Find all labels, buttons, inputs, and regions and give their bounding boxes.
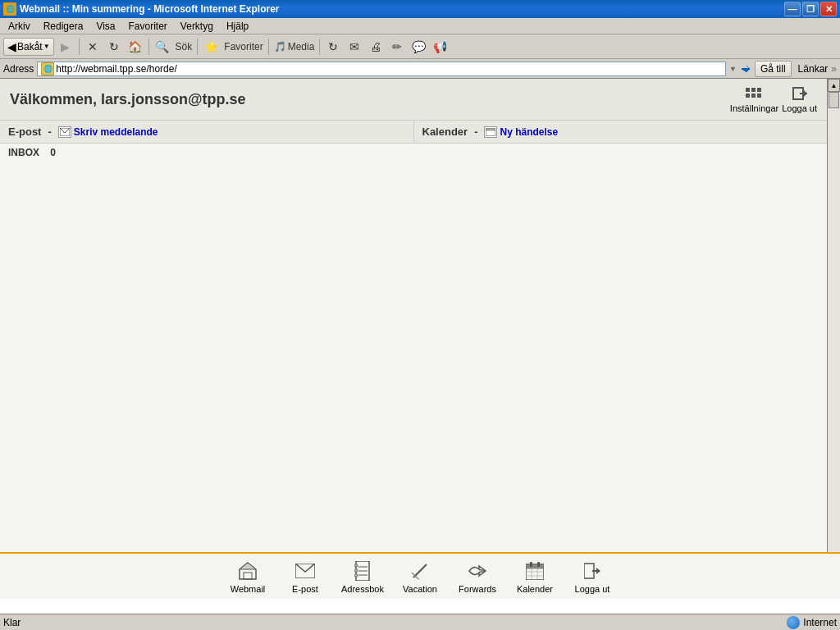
go-button[interactable]: Gå till (755, 61, 792, 77)
header-actions: Inställningar Logga ut (730, 85, 817, 113)
status-right: Internet (787, 616, 837, 629)
svg-rect-19 (354, 564, 358, 567)
search-icon: 🔍 (153, 37, 172, 57)
forwards-icon (466, 559, 489, 582)
nav-adressbok[interactable]: Adressbok (334, 556, 391, 597)
email-title-text: E-post (8, 126, 41, 138)
nav-forwards-label: Forwards (459, 584, 496, 594)
svg-rect-4 (751, 88, 756, 92)
page-icon: 🌐 (41, 62, 54, 75)
menu-hjälp[interactable]: Hjälp (221, 20, 253, 33)
links-chevron-icon[interactable]: » (831, 63, 837, 75)
vacation-icon (409, 559, 431, 582)
toolbar-sep-5 (319, 39, 320, 55)
nav-epost[interactable]: E-post (276, 556, 334, 597)
menu-redigera[interactable]: Redigera (39, 20, 89, 33)
back-button[interactable]: ◀ Bakåt ▼ (3, 38, 54, 56)
svg-rect-15 (244, 573, 252, 579)
nav-webmail[interactable]: Webmail (219, 556, 276, 597)
search-button[interactable]: Sök (174, 37, 194, 57)
nav-vacation[interactable]: Vacation (391, 556, 449, 597)
titlebar-title: Webmail :: Min summering - Microsoft Int… (20, 3, 279, 15)
ie-icon: 🌐 (3, 2, 16, 16)
edit-button[interactable]: ✏ (387, 37, 407, 57)
header-section: Välkommen, lars.jonsson@tpp.se (0, 79, 827, 121)
adressbok-icon (351, 559, 374, 582)
kalender-icon (523, 559, 546, 582)
history-button[interactable]: ↻ (323, 37, 343, 57)
svg-rect-3 (746, 94, 750, 98)
minimize-button[interactable]: — (784, 2, 801, 16)
links-button[interactable]: Länkar (798, 63, 829, 75)
menu-arkiv[interactable]: Arkiv (3, 20, 35, 33)
calendar-dash: - (474, 126, 477, 138)
logout-icon (790, 85, 810, 102)
scroll-up-button[interactable]: ▲ (828, 79, 840, 92)
internet-icon (787, 616, 800, 629)
inbox-count: 0 (50, 147, 56, 158)
main-content: Välkommen, lars.jonsson@tpp.se (0, 79, 827, 567)
settings-icon (745, 85, 765, 102)
new-event-label: Ny händelse (500, 126, 558, 138)
print-button[interactable]: 🖨 (366, 37, 386, 57)
home-button[interactable]: 🏠 (126, 37, 145, 57)
restore-button[interactable]: ❐ (802, 2, 819, 16)
svg-rect-20 (354, 569, 358, 572)
nav-kalender[interactable]: Kalender (506, 556, 564, 597)
svg-marker-16 (240, 563, 256, 569)
menu-favoriter[interactable]: Favoriter (124, 20, 172, 33)
svg-marker-39 (596, 568, 600, 574)
address-bar-container[interactable]: 🌐 http://webmail.tpp.se/horde/ (37, 62, 726, 76)
messenger-button[interactable]: 📢 (430, 37, 450, 57)
go-button-wrapper: Gå till (740, 61, 792, 77)
menu-visa[interactable]: Visa (91, 20, 120, 33)
compose-link[interactable]: Skriv meddelande (58, 126, 158, 138)
settings-button[interactable]: Inställningar (730, 85, 778, 113)
toolbar-sep-4 (268, 39, 269, 55)
svg-rect-7 (757, 94, 761, 98)
stop-button[interactable]: ✕ (83, 37, 103, 57)
nav-kalender-label: Kalender (517, 584, 553, 594)
svg-marker-10 (804, 90, 807, 97)
header-logout-button[interactable]: Logga ut (782, 85, 817, 113)
nav-vacation-label: Vacation (403, 584, 437, 594)
nav-forwards[interactable]: Forwards (449, 556, 506, 597)
search-label: Sök (176, 41, 193, 52)
calendar-title-text: Kalender (422, 126, 468, 138)
new-event-link[interactable]: Ny händelse (484, 126, 558, 138)
email-panel: E-post - Skriv meddelande (0, 121, 414, 143)
status-left: Klar (3, 617, 21, 628)
close-button[interactable]: ✕ (820, 2, 837, 16)
discuss-button[interactable]: 💬 (409, 37, 428, 57)
logout-label: Logga ut (782, 103, 817, 113)
compose-icon (58, 126, 71, 138)
scrollbar-right[interactable]: ▲ ▼ (827, 79, 840, 567)
svg-rect-1 (742, 68, 750, 70)
svg-rect-21 (354, 574, 358, 577)
inbox-label: INBOX (8, 147, 39, 158)
calendar-panel-title: Kalender - Ny händelse (422, 126, 819, 138)
addressbar: Adress 🌐 http://webmail.tpp.se/horde/ ▼ … (0, 59, 840, 79)
scroll-thumb[interactable] (829, 92, 839, 108)
refresh-button[interactable]: ↻ (104, 37, 124, 57)
scroll-track (828, 92, 840, 554)
titlebar-buttons: — ❐ ✕ (784, 2, 837, 16)
nav-logga-ut[interactable]: Logga ut (564, 556, 621, 597)
epost-icon (294, 559, 317, 582)
titlebar-left: 🌐 Webmail :: Min summering - Microsoft I… (3, 2, 279, 16)
svg-rect-32 (537, 562, 540, 567)
media-button[interactable]: 🎵 Media (272, 37, 317, 57)
bottom-toolbar: Webmail E-post (0, 552, 840, 599)
menubar: Arkiv Redigera Visa Favoriter Verktyg Hj… (0, 18, 840, 34)
forward-nav-button[interactable]: ▶ (56, 37, 75, 57)
email-dash: - (48, 126, 51, 138)
nav-epost-label: E-post (292, 584, 318, 594)
svg-rect-31 (530, 562, 532, 567)
dropdown-arrow-icon[interactable]: ▼ (729, 65, 737, 73)
status-right-text: Internet (803, 617, 837, 628)
nav-webmail-label: Webmail (231, 584, 266, 594)
favorites-button[interactable]: Favoriter (222, 37, 264, 57)
menu-verktyg[interactable]: Verktyg (176, 20, 218, 33)
mail-tb-button[interactable]: ✉ (345, 37, 364, 57)
go-arrow-icon (740, 62, 753, 75)
